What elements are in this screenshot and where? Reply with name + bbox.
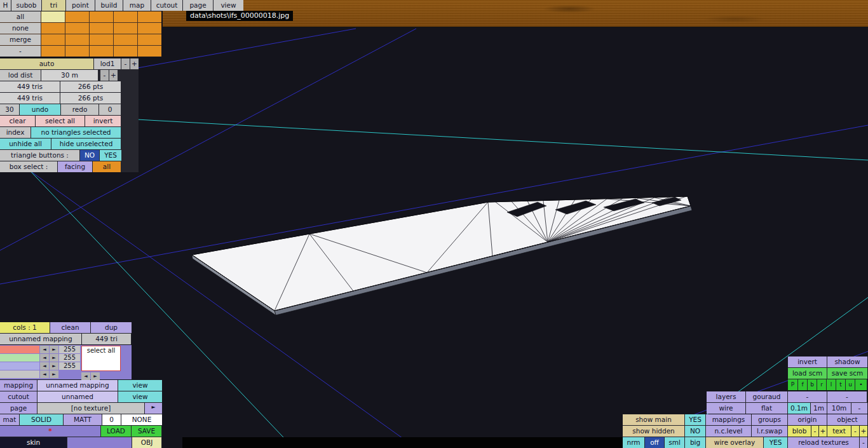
groups-button[interactable]: groups <box>752 414 787 425</box>
grid-10m-button[interactable]: 10m <box>827 403 851 414</box>
subobject-cell[interactable] <box>41 46 65 57</box>
subobject-cell[interactable] <box>41 34 65 45</box>
subobject-cell[interactable] <box>138 46 161 57</box>
channel-blue-decrement-button[interactable]: ◄ <box>40 362 49 370</box>
wire-button[interactable]: wire <box>707 403 745 414</box>
index-button[interactable]: index <box>0 127 31 138</box>
shadow-button[interactable]: shadow <box>827 356 867 367</box>
subobject-cell[interactable] <box>65 23 89 34</box>
subobject-all-button[interactable]: all <box>0 11 41 22</box>
invert-button[interactable]: invert <box>788 356 827 367</box>
view-key-under[interactable]: u <box>846 379 855 390</box>
blob-button[interactable]: blob <box>788 426 811 437</box>
nrm-sml-button[interactable]: sml <box>665 437 684 448</box>
triangle-buttons-yes[interactable]: YES <box>100 150 121 161</box>
tab-page[interactable]: page <box>183 0 213 11</box>
show-main-toggle[interactable]: YES <box>685 414 705 425</box>
show-hidden-toggle[interactable]: NO <box>685 426 705 437</box>
obj-button[interactable]: OBJ <box>132 437 161 448</box>
subobject-cell[interactable] <box>138 34 161 45</box>
box-select-all[interactable]: all <box>93 161 121 172</box>
tab-tri[interactable]: tri <box>42 0 65 11</box>
mapping-list-item[interactable]: select all <box>87 347 116 354</box>
tab-build[interactable]: build <box>95 0 123 11</box>
subobject-cell[interactable] <box>114 46 137 57</box>
subobject-cell[interactable] <box>138 11 161 22</box>
view-key-right[interactable]: r <box>817 379 826 390</box>
layers-button[interactable]: layers <box>707 391 745 402</box>
nrm-off-button[interactable]: off <box>645 437 664 448</box>
subobject-cell[interactable] <box>90 34 113 45</box>
mapping-view-button[interactable]: view <box>118 380 162 391</box>
channel-green-increment-button[interactable]: ► <box>50 354 58 362</box>
subobject-cell[interactable] <box>65 46 89 57</box>
mat-zero-value[interactable]: 0 <box>102 414 121 425</box>
lod-dist-minus-button[interactable]: - <box>100 70 109 81</box>
subobject-cell[interactable] <box>114 34 137 45</box>
subobject-cell[interactable] <box>138 23 161 34</box>
reload-textures-button[interactable]: reload textures <box>788 437 859 448</box>
subobject-none-button[interactable]: none <box>0 23 41 34</box>
nc-level-button[interactable]: n.c.level <box>706 426 751 437</box>
subobject-cell[interactable] <box>41 23 65 34</box>
grid-01m-button[interactable]: 0.1m <box>788 403 810 414</box>
wire-overlay-toggle[interactable]: YES <box>764 437 787 448</box>
triangle-buttons-no[interactable]: NO <box>80 150 99 161</box>
subobject-cell[interactable] <box>65 11 89 22</box>
subobject-merge-button[interactable]: merge <box>0 34 41 45</box>
mapping-row-label[interactable]: mapping <box>0 380 37 391</box>
channel-blue-increment-button[interactable]: ► <box>50 362 58 370</box>
origin-button[interactable]: origin <box>788 414 827 425</box>
page-row-label[interactable]: page <box>0 403 37 414</box>
subobject-cell[interactable] <box>90 11 113 22</box>
clear-button[interactable]: clear <box>0 116 35 126</box>
channel-gray-increment-button[interactable]: ► <box>50 370 58 378</box>
cutout-view-button[interactable]: view <box>118 391 162 402</box>
mapping-row-value[interactable]: unnamed mapping <box>37 380 118 391</box>
cutout-row-label[interactable]: cutout <box>0 391 37 402</box>
lr-swap-button[interactable]: l.r.swap <box>752 426 787 437</box>
box-select-facing[interactable]: facing <box>58 161 92 172</box>
blob-plus-button[interactable]: + <box>819 426 827 437</box>
channel-green-decrement-button[interactable]: ◄ <box>40 354 49 362</box>
mappings-button[interactable]: mappings <box>706 414 751 425</box>
grid-1m-button[interactable]: 1m <box>811 403 827 414</box>
tab-map[interactable]: map <box>123 0 151 11</box>
lod-name[interactable]: lod1 <box>94 58 121 69</box>
tab-h[interactable]: H <box>0 0 11 11</box>
view-key-back[interactable]: b <box>808 379 817 390</box>
mapping-list[interactable]: select all <box>81 346 121 371</box>
skin-button[interactable]: skin <box>0 437 67 448</box>
redo-button[interactable]: redo <box>61 104 98 115</box>
mat-none-value[interactable]: NONE <box>121 414 162 425</box>
layers-dash2-button[interactable]: - <box>827 391 867 402</box>
text-plus-button[interactable]: + <box>860 426 867 437</box>
layers-dash-button[interactable]: - <box>788 391 827 402</box>
blob-minus-button[interactable]: - <box>811 426 818 437</box>
view-key-front[interactable]: f <box>798 379 807 390</box>
cols-button[interactable]: cols : 1 <box>0 322 50 333</box>
mat-matt-button[interactable]: MATT <box>64 414 102 425</box>
view-key-left[interactable]: l <box>827 379 836 390</box>
text-button[interactable]: text <box>827 426 851 437</box>
tab-cutout[interactable]: cutout <box>151 0 182 11</box>
page-browse-button[interactable]: ► <box>145 403 162 414</box>
subobject-cell[interactable] <box>114 11 137 22</box>
load-scm-button[interactable]: load scm <box>788 368 827 379</box>
subobject-cell[interactable] <box>65 34 89 45</box>
lod-auto-button[interactable]: auto <box>0 58 93 69</box>
save-button[interactable]: SAVE <box>132 426 161 437</box>
subobject-cell[interactable] <box>114 23 137 34</box>
tab-point[interactable]: point <box>66 0 95 11</box>
subobject-dash-button[interactable]: - <box>0 46 41 57</box>
load-button[interactable]: LOAD <box>101 426 131 437</box>
channel-gray-decrement-button[interactable]: ◄ <box>40 370 49 378</box>
flat-button[interactable]: flat <box>746 403 787 414</box>
tab-view[interactable]: view <box>214 0 243 11</box>
invert-selection-button[interactable]: invert <box>85 116 121 126</box>
cutout-row-value[interactable]: unnamed <box>37 391 118 402</box>
view-key-dot[interactable]: • <box>855 379 867 390</box>
nrm-big-button[interactable]: big <box>685 437 705 448</box>
clean-button[interactable]: clean <box>50 322 90 333</box>
select-all-button[interactable]: select all <box>36 116 85 126</box>
